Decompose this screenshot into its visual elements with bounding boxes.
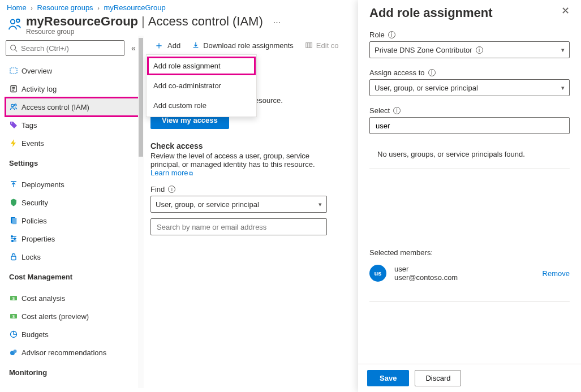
shield-icon: [9, 198, 21, 207]
sidebar-item-label: Cost analysis: [21, 294, 65, 303]
avatar: us: [369, 265, 386, 282]
sidebar-item-label: Policies: [21, 217, 47, 225]
edit-columns-button[interactable]: Edit co: [305, 41, 339, 50]
svg-point-0: [11, 20, 15, 24]
sidebar-item-cost-alerts-preview-[interactable]: $Cost alerts (preview): [6, 307, 143, 325]
sidebar-item-deployments[interactable]: Deployments: [6, 175, 143, 193]
more-actions-button[interactable]: ···: [273, 14, 281, 28]
discard-button[interactable]: Discard: [415, 370, 461, 386]
select-search-wrap[interactable]: [369, 117, 570, 134]
sidebar-item-label: Access control (IAM): [21, 103, 89, 111]
add-menu: Add role assignmentAdd co-administratorA…: [146, 54, 257, 117]
select-search-input[interactable]: [375, 121, 565, 131]
svg-rect-28: [306, 43, 308, 48]
selected-member-row: us user user@contoso.com Remove: [369, 265, 570, 291]
selected-members-title: Selected members:: [369, 248, 570, 257]
find-type-select[interactable]: User, group, or service principal ▾: [150, 196, 327, 213]
info-icon[interactable]: i: [388, 31, 395, 38]
sidebar-item-label: Properties: [21, 235, 55, 243]
deploy-icon: [9, 180, 21, 189]
svg-point-27: [14, 350, 17, 353]
sidebar-item-budgets[interactable]: Budgets: [6, 325, 143, 343]
tag-icon: [9, 120, 21, 130]
divider: [369, 169, 570, 169]
props-icon: [9, 234, 21, 243]
sidebar-item-label: Budgets: [21, 330, 49, 339]
add-role-assignment-panel: Add role assignment ✕ Role i Private DNS…: [358, 0, 581, 392]
info-icon[interactable]: i: [428, 69, 436, 76]
add-label: Add: [167, 41, 180, 50]
chevron-right-icon: ›: [28, 5, 35, 11]
sidebar-item-tags[interactable]: Tags: [6, 116, 143, 134]
add-menu-item-add-co-administrator[interactable]: Add co-administrator: [147, 76, 256, 96]
section-monitoring: Monitoring: [6, 361, 143, 379]
resource-group-icon: [9, 66, 21, 75]
sidebar-item-label: Tags: [21, 121, 37, 130]
resource-type: Resource group: [26, 28, 263, 36]
select-label: Select: [369, 106, 390, 115]
sidebar-item-locks[interactable]: Locks: [6, 248, 143, 266]
external-link-icon: ⧉: [189, 170, 193, 176]
add-button[interactable]: ＋ Add: [154, 40, 180, 50]
svg-line-3: [15, 50, 18, 52]
member-name: user: [394, 265, 458, 273]
assign-access-value: User, group, or service principal: [375, 84, 478, 92]
chevron-down-icon: ▾: [561, 46, 565, 54]
save-button[interactable]: Save: [367, 370, 409, 386]
info-icon[interactable]: i: [393, 107, 401, 114]
sidebar-item-events[interactable]: Events: [6, 134, 143, 152]
divider: [369, 301, 570, 301]
remove-member-button[interactable]: Remove: [543, 269, 570, 278]
sidebar-item-activity-log[interactable]: Activity log: [6, 80, 143, 98]
sidebar-item-access-control-iam-[interactable]: Access control (IAM): [6, 98, 143, 116]
sidebar-item-advisor-recommendations[interactable]: Advisor recommendations: [6, 343, 143, 361]
find-search-input-wrap[interactable]: [150, 218, 327, 235]
assign-access-select[interactable]: User, group, or service principal ▾: [369, 79, 570, 96]
sidebar-item-overview[interactable]: Overview: [6, 62, 143, 80]
svg-point-17: [11, 236, 13, 238]
breadcrumb-current[interactable]: myResourceGroup: [104, 3, 166, 12]
info-icon[interactable]: i: [476, 46, 483, 54]
advisor-icon: [9, 348, 21, 357]
download-label: Download role assignments: [203, 41, 294, 50]
sidebar-item-label: Cost alerts (preview): [21, 312, 89, 321]
svg-point-19: [12, 240, 14, 242]
sidebar-search-input[interactable]: [20, 44, 120, 53]
log-icon: [9, 84, 21, 93]
sidebar-search[interactable]: [6, 40, 124, 56]
sidebar-item-label: Security: [21, 199, 48, 207]
svg-rect-30: [310, 43, 312, 48]
breadcrumb-home[interactable]: Home: [7, 3, 27, 12]
people-icon: [7, 16, 23, 32]
sidebar-item-properties[interactable]: Properties: [6, 230, 143, 248]
sidebar-item-security[interactable]: Security: [6, 193, 143, 212]
alert-icon: $: [9, 312, 21, 321]
svg-rect-13: [12, 218, 16, 224]
find-label: Find: [150, 185, 165, 193]
svg-text:$: $: [12, 296, 15, 300]
page-title: myResourceGroup | Access control (IAM): [26, 14, 263, 29]
close-panel-button[interactable]: ✕: [561, 6, 570, 16]
sidebar-item-label: Overview: [21, 67, 52, 75]
breadcrumb-rg[interactable]: Resource groups: [37, 3, 93, 12]
add-menu-item-add-custom-role[interactable]: Add custom role: [147, 96, 256, 115]
learn-more-link[interactable]: Learn more⧉: [150, 169, 193, 177]
svg-rect-4: [10, 68, 17, 74]
panel-title: Add role assignment: [369, 6, 493, 20]
svg-rect-20: [11, 256, 16, 260]
svg-point-11: [11, 123, 12, 124]
sidebar-item-cost-analysis[interactable]: $Cost analysis: [6, 289, 143, 307]
svg-point-9: [11, 104, 14, 106]
download-role-assignments-button[interactable]: Download role assignments: [192, 41, 294, 50]
panel-footer: Save Discard: [358, 364, 581, 392]
svg-point-2: [11, 45, 16, 50]
sidebar: « OverviewActivity logAccess control (IA…: [0, 36, 143, 388]
find-search-input[interactable]: [156, 222, 322, 232]
add-menu-item-add-role-assignment[interactable]: Add role assignment: [147, 56, 256, 76]
role-select[interactable]: Private DNS Zone Contributor i ▾: [369, 41, 570, 58]
collapse-sidebar-button[interactable]: «: [128, 44, 139, 53]
sidebar-item-label: Activity log: [21, 85, 57, 93]
budget-icon: [9, 330, 21, 339]
sidebar-item-policies[interactable]: Policies: [6, 212, 143, 230]
info-icon[interactable]: i: [168, 186, 175, 193]
